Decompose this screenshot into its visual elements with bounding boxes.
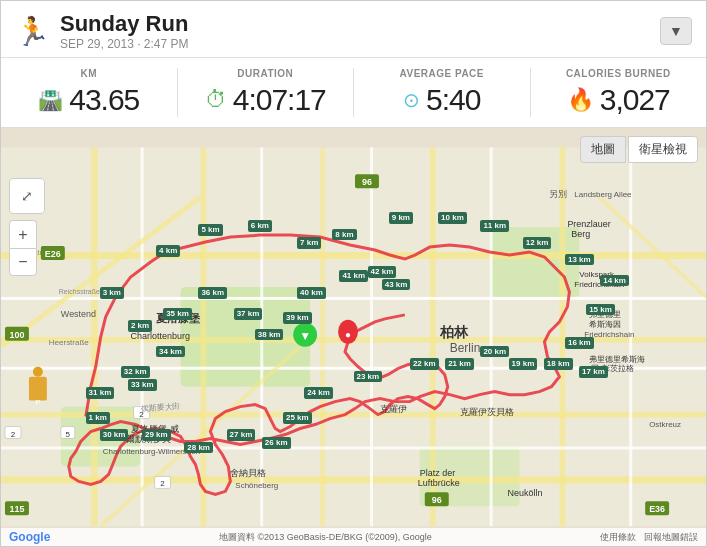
stat-calories-value: 3,027	[600, 83, 670, 117]
svg-text:Volkspark: Volkspark	[579, 270, 614, 279]
svg-text:希斯海因: 希斯海因	[589, 320, 621, 329]
svg-text:100: 100	[9, 330, 24, 340]
svg-text:Heerstraße: Heerstraße	[49, 338, 89, 347]
title-block: Sunday Run SEP 29, 2013 · 2:47 PM	[60, 11, 189, 51]
stat-km-label: KM	[80, 68, 97, 79]
map-background: 夏洛滕堡 Charlottenburg 柏林 Berlin 夏洛滕堡-威 爾默斯…	[1, 128, 706, 546]
svg-text:Luftbrücke: Luftbrücke	[418, 479, 460, 489]
stat-pace-value-row: ⊙ 5:40	[403, 83, 480, 117]
zoom-in-button[interactable]: +	[9, 220, 37, 248]
svg-rect-3	[490, 228, 580, 298]
svg-text:Platz der: Platz der	[420, 469, 455, 479]
activity-title: Sunday Run	[60, 11, 189, 37]
map-links[interactable]: 使用條款 回報地圖錯誤	[600, 531, 698, 544]
speedometer-icon: ⊙	[403, 88, 420, 112]
svg-text:96: 96	[362, 178, 372, 188]
stat-calories: CALORIES BURNED 🔥 3,027	[531, 68, 707, 117]
svg-rect-20	[490, 148, 493, 527]
svg-text:▼: ▼	[299, 329, 311, 343]
svg-text:因·彭茨拉格: 因·彭茨拉格	[591, 364, 633, 373]
stat-km-value: 43.65	[69, 83, 139, 117]
svg-text:Westend: Westend	[61, 309, 96, 319]
map-copyright: 地圖資料 ©2013 GeoBasis-DE/BKG (©2009), Goog…	[219, 531, 432, 544]
stat-calories-label: CALORIES BURNED	[566, 68, 671, 79]
stat-duration-value-row: ⏱ 4:07:17	[205, 83, 326, 117]
map-view-button[interactable]: 地圖	[580, 136, 626, 163]
svg-text:Prenzlauer: Prenzlauer	[567, 220, 610, 230]
svg-rect-9	[91, 148, 98, 527]
satellite-view-button[interactable]: 衛星檢視	[628, 136, 698, 163]
road-icon: 🛣️	[38, 88, 63, 112]
stat-km: KM 🛣️ 43.65	[1, 68, 178, 117]
svg-text:Berg: Berg	[571, 229, 590, 239]
svg-text:E26: E26	[45, 249, 61, 259]
svg-text:另別: 另別	[549, 190, 567, 200]
stat-calories-value-row: 🔥 3,027	[567, 83, 670, 117]
svg-text:5: 5	[66, 430, 71, 439]
svg-text:Berlin: Berlin	[450, 341, 481, 355]
svg-text:2: 2	[160, 480, 165, 489]
svg-text:Ostkreuz: Ostkreuz	[649, 420, 681, 429]
dropdown-button[interactable]: ▼	[660, 17, 692, 45]
runner-icon: 🏃	[15, 15, 50, 48]
stat-km-value-row: 🛣️ 43.65	[38, 83, 139, 117]
pan-control: ⤢	[9, 178, 45, 214]
svg-text:弗里德里: 弗里德里	[589, 310, 621, 319]
svg-text:E36: E36	[649, 505, 665, 515]
header: 🏃 Sunday Run SEP 29, 2013 · 2:47 PM ▼	[1, 1, 706, 58]
svg-text:Friedrichshain: Friedrichshain	[584, 330, 634, 339]
svg-text:克羅伊茨貝格: 克羅伊茨貝格	[460, 407, 514, 417]
svg-rect-14	[1, 297, 706, 300]
svg-text:Schöneberg: Schöneberg	[235, 482, 278, 491]
svg-text:96: 96	[432, 496, 442, 506]
svg-text:115: 115	[9, 505, 24, 515]
activity-date: SEP 29, 2013 · 2:47 PM	[60, 37, 189, 51]
svg-text:舍納貝格: 舍納貝格	[230, 469, 266, 479]
fire-icon: 🔥	[567, 87, 594, 113]
svg-text:Charlottenburg: Charlottenburg	[131, 331, 190, 341]
svg-text:弗里德里希斯海: 弗里德里希斯海	[589, 355, 645, 364]
svg-text:夏洛滕堡: 夏洛滕堡	[156, 312, 201, 324]
google-logo: Google	[9, 530, 50, 544]
svg-text:夏洛滕堡-威: 夏洛滕堡-威	[131, 424, 179, 434]
svg-text:Reichsstraße: Reichsstraße	[59, 288, 100, 295]
svg-text:柏林: 柏林	[439, 324, 469, 340]
svg-text:●: ●	[345, 329, 351, 340]
app-container: 🏃 Sunday Run SEP 29, 2013 · 2:47 PM ▼ KM…	[0, 0, 707, 547]
svg-rect-10	[200, 148, 206, 527]
svg-text:Charlottenburg-Wilmersdorf: Charlottenburg-Wilmersdorf	[103, 448, 202, 457]
svg-rect-19	[370, 148, 373, 527]
svg-rect-13	[559, 148, 565, 527]
zoom-out-button[interactable]: −	[9, 248, 37, 276]
zoom-controls: + −	[9, 220, 45, 276]
svg-text:Landsberg Allee: Landsberg Allee	[574, 191, 632, 200]
map-area[interactable]: 夏洛滕堡 Charlottenburg 柏林 Berlin 夏洛滕堡-威 爾默斯…	[1, 128, 706, 546]
stat-pace-label: AVERAGE PACE	[399, 68, 484, 79]
svg-text:爾默斯多夫: 爾默斯多夫	[126, 435, 171, 445]
stat-duration-value: 4:07:17	[233, 83, 326, 117]
svg-point-83	[33, 367, 43, 377]
pan-button[interactable]: ⤢	[9, 178, 45, 214]
map-view-controls: 地圖 衛星檢視	[580, 136, 698, 163]
stat-duration-label: DURATION	[237, 68, 293, 79]
map-footer: Google 地圖資料 ©2013 GeoBasis-DE/BKG (©2009…	[1, 528, 706, 546]
svg-rect-11	[320, 148, 325, 527]
svg-text:2: 2	[11, 430, 16, 439]
stats-bar: KM 🛣️ 43.65 DURATION ⏱ 4:07:17 AVERAGE P…	[1, 58, 706, 128]
svg-text:Friedrichshain: Friedrichshain	[574, 280, 624, 289]
map-nav-controls: ⤢ + −	[9, 178, 45, 276]
svg-rect-5	[1, 252, 706, 259]
chevron-down-icon: ▼	[669, 23, 683, 39]
svg-text:克羅伊: 克羅伊	[380, 404, 407, 414]
stat-pace: AVERAGE PACE ⊙ 5:40	[354, 68, 531, 117]
clock-icon: ⏱	[205, 87, 227, 113]
header-left: 🏃 Sunday Run SEP 29, 2013 · 2:47 PM	[15, 11, 189, 51]
stat-pace-value: 5:40	[426, 83, 480, 117]
svg-text:P: P	[35, 398, 40, 407]
svg-text:Neukölln: Neukölln	[508, 489, 543, 499]
stat-duration: DURATION ⏱ 4:07:17	[178, 68, 355, 117]
svg-rect-7	[1, 412, 706, 418]
